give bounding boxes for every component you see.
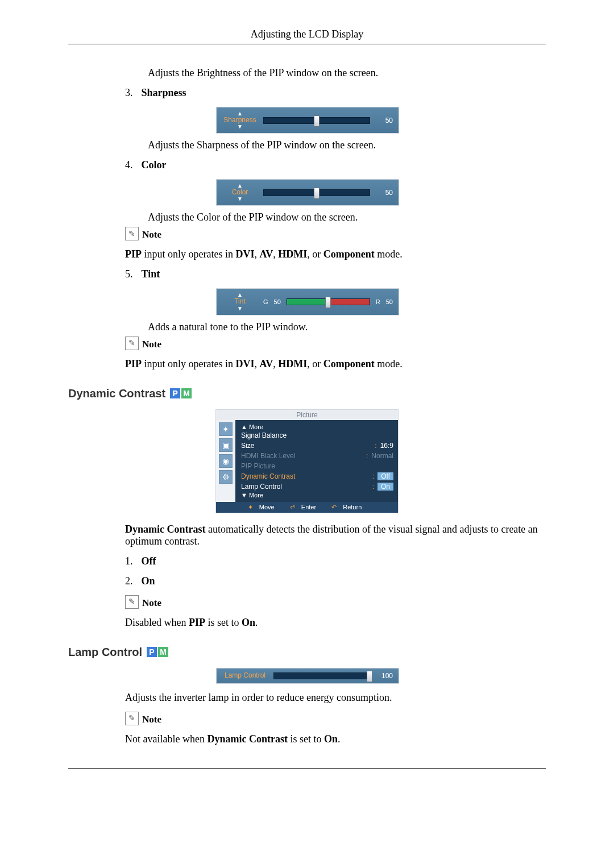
pip-mode-note: PIP input only operates in DVI, AV, HDMI… <box>125 358 546 370</box>
text: input only operates in <box>142 358 235 369</box>
osd-sharpness-slider: ▲ Sharpness ▼ 50 <box>216 107 399 134</box>
p-icon: P <box>170 388 180 398</box>
pm-badge: P M <box>147 647 168 657</box>
note: ✎ Note <box>125 595 546 609</box>
item-title: Tint <box>142 268 160 280</box>
text: HDMI <box>278 358 307 369</box>
slider-value: 100 <box>376 672 393 680</box>
list-item-sharpness: 3. Sharpness <box>125 87 546 99</box>
osd-tint-slider: ▲ Tint ▼ G 50 R 50 <box>216 288 399 315</box>
slider-track[interactable] <box>263 117 370 124</box>
item-number: 3. <box>125 87 139 99</box>
slider-track[interactable] <box>263 189 370 196</box>
section-heading-dynamic-contrast: Dynamic Contrast P M <box>68 387 546 400</box>
text: PIP <box>189 617 205 628</box>
text: Component <box>323 358 375 369</box>
note-label: Note <box>142 229 161 240</box>
dynamic-contrast-note: Disabled when PIP is set to On. <box>125 617 546 629</box>
list-item-tint: 5. Tint <box>125 268 546 280</box>
menu-more-up[interactable]: ▲ More <box>241 423 393 430</box>
text: PIP <box>125 358 142 369</box>
menu-row-pip-picture: PIP Picture <box>241 461 393 471</box>
note-icon: ✎ <box>125 595 139 609</box>
menu-more-down[interactable]: ▼ More <box>241 492 393 499</box>
tint-r-label: R <box>376 298 380 305</box>
menu-icon[interactable]: ✦ <box>219 422 233 436</box>
text: AV <box>260 248 273 260</box>
menu-row-size[interactable]: Size:16:9 <box>241 441 393 451</box>
slider-track[interactable] <box>287 298 370 305</box>
slider-value: 50 <box>376 189 393 197</box>
text: AV <box>260 358 273 369</box>
p-icon: P <box>147 647 157 657</box>
text: Dynamic Contrast <box>207 733 288 745</box>
menu-icon[interactable]: ⚙ <box>219 470 233 484</box>
arrow-down-icon: ▼ <box>237 124 243 130</box>
item-title: Off <box>142 555 156 567</box>
menu-row-dynamic-contrast[interactable]: Dynamic Contrast:Off <box>241 471 393 481</box>
note-icon: ✎ <box>125 227 139 240</box>
osd-menu-title: Picture <box>216 410 398 420</box>
page-header: Adjusting the LCD Display <box>68 28 546 44</box>
item-title: On <box>142 575 155 587</box>
heading-text: Dynamic Contrast <box>68 387 165 400</box>
slider-value: 50 <box>376 117 393 124</box>
note-label: Note <box>142 714 161 725</box>
pm-badge: P M <box>170 388 192 398</box>
item-title: Sharpness <box>142 87 186 98</box>
slider-fill-red <box>328 299 369 305</box>
foot-return: Return <box>343 504 362 510</box>
osd-picture-menu: Picture ✦ ▣ ◉ ⚙ · ▲ More Signal Balance … <box>215 409 399 513</box>
item-number: 4. <box>125 159 139 171</box>
footer-rule <box>68 768 546 769</box>
note-icon: ✎ <box>125 337 139 350</box>
slider-handle[interactable] <box>314 188 320 199</box>
lamp-control-description: Adjusts the inverter lamp in order to re… <box>125 692 546 704</box>
osd-menu-icons: ✦ ▣ ◉ ⚙ · <box>216 420 235 502</box>
menu-row-signal-balance[interactable]: Signal Balance <box>241 430 393 441</box>
foot-move: Move <box>259 504 275 510</box>
text: Component <box>323 248 375 260</box>
sharpness-description: Adjusts the Sharpness of the PIP window … <box>148 139 546 151</box>
text: DVI <box>235 248 254 260</box>
text: input only operates in <box>142 248 235 260</box>
osd-color-slider: ▲ Color ▼ 50 <box>216 179 399 206</box>
text: is set to <box>205 617 242 628</box>
tint-g-value: 50 <box>274 298 281 305</box>
slider-handle[interactable] <box>325 297 331 308</box>
heading-text: Lamp Control <box>68 646 142 659</box>
m-icon: M <box>158 647 168 657</box>
text: On <box>324 733 338 745</box>
slider-fill-green <box>287 299 328 305</box>
menu-row-lamp-control[interactable]: Lamp Control:On <box>241 481 393 492</box>
foot-enter: Enter <box>301 504 316 510</box>
dynamic-contrast-description: Dynamic Contrast automatically detects t… <box>125 524 546 547</box>
note-label: Note <box>142 339 161 350</box>
arrow-down-icon: ▼ <box>237 196 243 202</box>
item-number: 5. <box>125 268 139 280</box>
text: mode. <box>375 248 403 260</box>
item-number: 1. <box>125 555 139 567</box>
menu-icon[interactable]: ◉ <box>219 454 233 468</box>
color-description: Adjusts the Color of the PIP window on t… <box>148 211 546 223</box>
slider-track[interactable] <box>273 672 370 679</box>
slider-handle[interactable] <box>314 115 320 127</box>
text: Not available when <box>125 733 207 745</box>
arrow-down-icon: ▼ <box>237 306 243 312</box>
tint-r-value: 50 <box>386 298 393 305</box>
note: ✎ Note <box>125 337 546 350</box>
pip-mode-note: PIP input only operates in DVI, AV, HDMI… <box>125 248 546 260</box>
text: Disabled when <box>125 617 189 628</box>
note: ✎ Note <box>125 712 546 725</box>
tint-g-label: G <box>263 298 268 305</box>
text: PIP <box>125 248 142 260</box>
item-title: Color <box>142 159 167 171</box>
tint-description: Adds a natural tone to the PIP window. <box>148 321 546 333</box>
slider-handle[interactable] <box>367 671 372 682</box>
osd-menu-footer: ✦ Move ⏎ Enter ↶ Return <box>216 502 398 513</box>
note-label: Note <box>142 597 161 609</box>
menu-icon[interactable]: ▣ <box>219 438 233 452</box>
text: DVI <box>235 358 254 369</box>
lamp-control-note: Not available when Dynamic Contrast is s… <box>125 733 546 745</box>
brightness-description: Adjusts the Brightness of the PIP window… <box>148 67 546 79</box>
